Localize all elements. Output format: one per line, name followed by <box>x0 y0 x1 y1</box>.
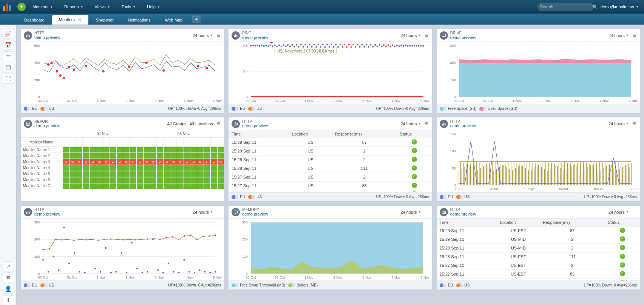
status-cell[interactable]: 0! <box>103 159 110 165</box>
status-cell[interactable] <box>144 147 150 152</box>
status-cell[interactable] <box>83 177 89 183</box>
status-cell[interactable] <box>150 177 157 183</box>
status-cell[interactable] <box>197 153 204 159</box>
status-cell[interactable] <box>110 147 116 152</box>
status-cell[interactable] <box>211 147 217 152</box>
table-header[interactable]: Location <box>497 219 540 226</box>
status-cell[interactable] <box>90 183 96 189</box>
status-cell[interactable]: 0! <box>157 159 163 165</box>
sidebar-share-icon[interactable]: ↗ <box>3 261 14 271</box>
sidebar-list-icon[interactable]: ≔ <box>3 51 14 61</box>
status-cell[interactable]: 0! <box>211 159 217 165</box>
status-cell[interactable] <box>150 147 157 152</box>
table-row[interactable]: 15:27 Sep 11US-EST85 <box>437 270 640 279</box>
status-cell[interactable] <box>170 183 177 189</box>
status-cell[interactable] <box>157 171 163 177</box>
status-cell[interactable] <box>184 147 190 152</box>
status-cell[interactable] <box>190 165 197 171</box>
status-cell[interactable]: 0! <box>184 159 190 165</box>
table-row[interactable]: 15:27 Sep 11US-EST2 <box>437 261 640 270</box>
tab-notifications[interactable]: Notifications <box>121 15 158 25</box>
table-row[interactable]: 15:27 Sep 11US2 <box>229 173 432 182</box>
status-cell[interactable] <box>130 177 136 183</box>
search-icon[interactable]: 🔍 <box>592 5 598 9</box>
status-cell[interactable] <box>157 183 163 189</box>
status-cell[interactable] <box>110 153 116 159</box>
menu-monitors[interactable]: Monitors▼ <box>27 2 58 11</box>
timerange-select[interactable]: 24 hours▼ <box>608 122 629 126</box>
status-cell[interactable] <box>117 177 123 183</box>
sidebar-calendar-icon[interactable]: 📅 <box>3 40 14 50</box>
status-cell[interactable] <box>211 177 217 183</box>
status-cell[interactable] <box>76 153 83 159</box>
status-cell[interactable] <box>150 165 157 171</box>
sidebar-expand-icon[interactable]: ⛶ <box>3 74 14 84</box>
status-cell[interactable] <box>103 165 110 171</box>
status-cell[interactable]: 0! <box>137 159 143 165</box>
legend-eu[interactable]: EU <box>232 106 245 111</box>
status-cell[interactable] <box>137 153 143 159</box>
status-cell[interactable] <box>157 165 163 171</box>
status-cell[interactable]: 0! <box>123 159 130 165</box>
status-cell[interactable] <box>177 153 184 159</box>
panel-menu-icon[interactable]: ≡ <box>424 120 429 127</box>
close-icon[interactable]: ✕ <box>78 17 82 22</box>
table-row[interactable]: 15:29 Sep 11US87 <box>229 138 432 147</box>
status-cell[interactable] <box>164 165 170 171</box>
table-row[interactable]: 15:28 Sep 11US2 <box>229 156 432 164</box>
status-cell[interactable] <box>69 183 76 189</box>
status-cell[interactable] <box>117 171 123 177</box>
status-cell[interactable] <box>218 165 224 171</box>
legend-used[interactable]: Used Space (GB) <box>479 106 517 111</box>
status-cell[interactable] <box>123 153 130 159</box>
timerange-select[interactable]: 24 hours▼ <box>193 33 213 38</box>
status-cell[interactable]: 0! <box>90 159 96 165</box>
status-cell[interactable] <box>190 171 197 177</box>
panel-menu-icon[interactable]: ≡ <box>424 32 429 39</box>
status-cell[interactable] <box>204 147 210 152</box>
status-cell[interactable] <box>90 147 96 152</box>
status-cell[interactable] <box>204 177 210 183</box>
status-cell[interactable] <box>144 183 150 189</box>
filter-groups[interactable]: All Groups <box>167 122 186 126</box>
status-cell[interactable] <box>103 153 110 159</box>
status-cell[interactable] <box>63 147 69 152</box>
status-cell[interactable] <box>144 177 150 183</box>
panel-menu-icon[interactable]: ≡ <box>632 32 637 39</box>
status-cell[interactable] <box>103 171 110 177</box>
status-cell[interactable] <box>144 171 150 177</box>
status-cell[interactable] <box>144 153 150 159</box>
menu-help[interactable]: Help▼ <box>142 2 165 11</box>
status-cell[interactable] <box>170 165 177 171</box>
status-cell[interactable]: 0! <box>110 159 116 165</box>
legend-us[interactable]: US <box>248 195 262 199</box>
status-cell[interactable] <box>177 171 184 177</box>
panel-menu-icon[interactable]: ≡ <box>424 209 429 216</box>
status-cell[interactable] <box>211 171 217 177</box>
table-row[interactable]: 15:29 Sep 11US-EST87 <box>437 226 640 235</box>
status-cell[interactable] <box>177 165 184 171</box>
status-cell[interactable] <box>190 147 197 152</box>
status-cell[interactable] <box>218 177 224 183</box>
status-cell[interactable] <box>130 153 136 159</box>
tab-dashboard[interactable]: Dashboard <box>17 15 51 25</box>
table-row[interactable]: 15:26 Sep 11US85 <box>229 190 432 193</box>
status-cell[interactable] <box>117 147 123 152</box>
timerange-select[interactable]: 24 hours▼ <box>608 210 629 214</box>
status-cell[interactable] <box>137 183 143 189</box>
status-cell[interactable] <box>69 153 76 159</box>
legend-us[interactable]: US <box>40 283 54 287</box>
sidebar-tools-icon[interactable]: ✖ <box>3 273 14 282</box>
status-cell[interactable] <box>170 171 177 177</box>
status-cell[interactable] <box>164 153 170 159</box>
status-cell[interactable] <box>83 153 89 159</box>
status-cell[interactable] <box>157 177 163 183</box>
status-cell[interactable]: 0! <box>190 159 197 165</box>
add-tab-button[interactable]: + <box>192 15 201 23</box>
status-cell[interactable]: 0! <box>197 159 204 165</box>
timerange-select[interactable]: 24 hours▼ <box>608 33 629 38</box>
status-cell[interactable] <box>110 171 116 177</box>
status-cell[interactable] <box>69 177 76 183</box>
table-row[interactable]: 15:29 Sep 11US-MID2 <box>437 235 640 244</box>
status-cell[interactable] <box>63 171 69 177</box>
